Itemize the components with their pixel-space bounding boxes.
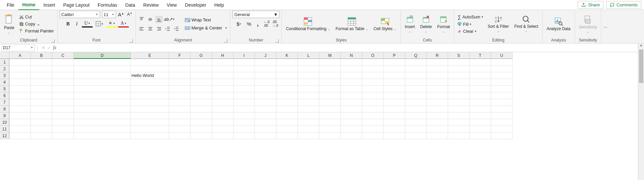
cell-K5[interactable]	[276, 86, 298, 92]
cell-J9[interactable]	[255, 112, 276, 119]
cell-P12[interactable]	[384, 132, 405, 139]
cell-N3[interactable]	[341, 72, 362, 79]
cell-E4[interactable]	[131, 79, 169, 86]
cell-D6[interactable]	[74, 92, 131, 99]
cell-F2[interactable]	[169, 66, 191, 72]
number-format-combo[interactable]: General ▼	[232, 11, 279, 18]
tab-help[interactable]: Help	[210, 0, 228, 10]
cell-S11[interactable]	[448, 126, 470, 132]
cell-Q11[interactable]	[405, 126, 427, 132]
cell-R12[interactable]	[427, 132, 448, 139]
cell-H3[interactable]	[212, 72, 233, 79]
cell-U12[interactable]	[491, 132, 513, 139]
cell-O8[interactable]	[362, 106, 384, 112]
column-header-J[interactable]: J	[255, 52, 276, 59]
clipboard-launcher-icon[interactable]	[51, 39, 55, 42]
cell-T3[interactable]	[470, 72, 491, 79]
cell-R9[interactable]	[427, 112, 448, 119]
cell-P5[interactable]	[384, 86, 405, 92]
enter-formula-button[interactable]: ✓	[47, 45, 51, 50]
format-as-table-button[interactable]: Format as Table ⌄	[334, 11, 370, 37]
cell-J4[interactable]	[255, 79, 276, 86]
cell-K10[interactable]	[276, 119, 298, 126]
cell-G10[interactable]	[191, 119, 212, 126]
cell-E3[interactable]: Hello World	[131, 72, 169, 79]
column-header-L[interactable]: L	[298, 52, 319, 59]
cell-P6[interactable]	[384, 92, 405, 99]
cell-A4[interactable]	[9, 79, 31, 86]
row-header-8[interactable]: 8	[0, 106, 9, 112]
cell-A3[interactable]	[9, 72, 31, 79]
cell-M9[interactable]	[319, 112, 341, 119]
align-left-button[interactable]	[138, 25, 145, 32]
cell-I7[interactable]	[233, 99, 255, 106]
cell-A2[interactable]	[9, 66, 31, 72]
conditional-formatting-button[interactable]: Conditional Formatting ⌄	[284, 11, 332, 37]
cell-G11[interactable]	[191, 126, 212, 132]
cell-I11[interactable]	[233, 126, 255, 132]
cell-M5[interactable]	[319, 86, 341, 92]
font-size-combo[interactable]: 11 ▼	[102, 11, 116, 18]
cell-L2[interactable]	[298, 66, 319, 72]
copy-button[interactable]: Copy ⌄	[18, 21, 55, 27]
cell-U10[interactable]	[491, 119, 513, 126]
decrease-decimal-button[interactable]: .00→.0	[271, 20, 279, 27]
cell-D4[interactable]	[74, 79, 131, 86]
delete-cells-button[interactable]: Delete⌄	[418, 11, 434, 37]
cell-I12[interactable]	[233, 132, 255, 139]
cell-A8[interactable]	[9, 106, 31, 112]
cell-H9[interactable]	[212, 112, 233, 119]
underline-button[interactable]: U▾	[82, 20, 93, 27]
cell-C2[interactable]	[52, 66, 74, 72]
bold-button[interactable]: B	[64, 20, 72, 27]
row-header-4[interactable]: 4	[0, 79, 9, 86]
cell-F6[interactable]	[169, 92, 191, 99]
cell-S2[interactable]	[448, 66, 470, 72]
percent-format-button[interactable]: %	[245, 20, 253, 27]
align-center-button[interactable]	[147, 25, 154, 32]
cell-S12[interactable]	[448, 132, 470, 139]
formula-bar-input[interactable]	[59, 44, 637, 51]
cell-L6[interactable]	[298, 92, 319, 99]
cell-B8[interactable]	[31, 106, 52, 112]
collapse-ribbon-button[interactable]: ︿	[601, 10, 609, 43]
cell-M4[interactable]	[319, 79, 341, 86]
alignment-launcher-icon[interactable]	[224, 39, 227, 42]
cell-L3[interactable]	[298, 72, 319, 79]
cell-L7[interactable]	[298, 99, 319, 106]
cell-D11[interactable]	[74, 126, 131, 132]
cell-J12[interactable]	[255, 132, 276, 139]
cell-K11[interactable]	[276, 126, 298, 132]
cell-N5[interactable]	[341, 86, 362, 92]
cell-U9[interactable]	[491, 112, 513, 119]
cell-K8[interactable]	[276, 106, 298, 112]
cell-E7[interactable]	[131, 99, 169, 106]
cell-U6[interactable]	[491, 92, 513, 99]
cell-D8[interactable]	[74, 106, 131, 112]
cell-O5[interactable]	[362, 86, 384, 92]
row-header-7[interactable]: 7	[0, 99, 9, 106]
cell-H5[interactable]	[212, 86, 233, 92]
cell-S8[interactable]	[448, 106, 470, 112]
cell-U2[interactable]	[491, 66, 513, 72]
cell-B9[interactable]	[31, 112, 52, 119]
cell-R11[interactable]	[427, 126, 448, 132]
cell-T2[interactable]	[470, 66, 491, 72]
cell-F3[interactable]	[169, 72, 191, 79]
cell-H11[interactable]	[212, 126, 233, 132]
paste-button[interactable]: Paste ⌄	[2, 11, 16, 37]
fill-color-button[interactable]: ▾	[106, 20, 117, 27]
cell-R10[interactable]	[427, 119, 448, 126]
column-header-I[interactable]: I	[233, 52, 255, 59]
cell-K4[interactable]	[276, 79, 298, 86]
cell-B12[interactable]	[31, 132, 52, 139]
name-box[interactable]: D17 ▼	[1, 44, 35, 51]
cell-E1[interactable]	[131, 59, 169, 66]
cell-O10[interactable]	[362, 119, 384, 126]
cell-G5[interactable]	[191, 86, 212, 92]
column-header-B[interactable]: B	[31, 52, 52, 59]
cell-F9[interactable]	[169, 112, 191, 119]
cell-M12[interactable]	[319, 132, 341, 139]
cell-L8[interactable]	[298, 106, 319, 112]
analyze-data-button[interactable]: Analyze Data	[545, 11, 573, 37]
